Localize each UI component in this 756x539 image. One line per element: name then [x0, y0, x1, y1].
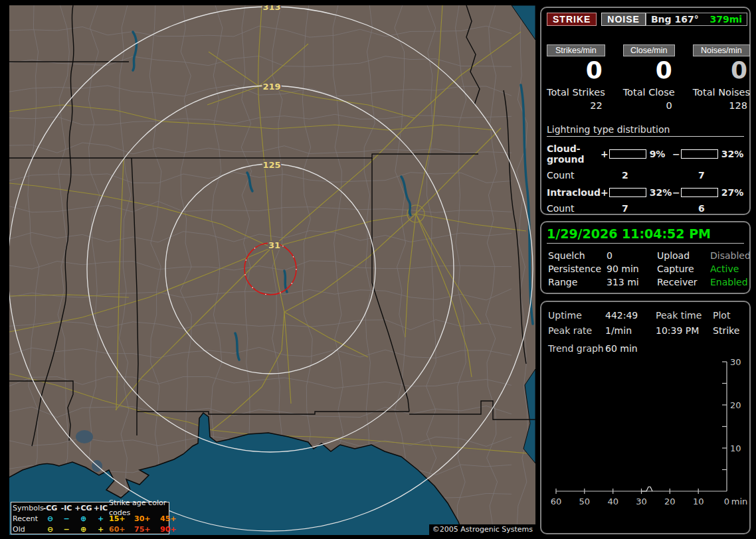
- svg-text:30: 30: [730, 357, 741, 367]
- svg-text:10: 10: [730, 443, 741, 453]
- receiver-label: Receiver: [657, 277, 710, 287]
- plot-label: Plot: [713, 310, 744, 321]
- cloud-ground-label: Cloud-ground: [547, 143, 601, 165]
- legend-recent-label: Recent: [13, 514, 42, 524]
- range-label: Range: [548, 277, 607, 287]
- persistence-value: 90 min: [607, 264, 657, 274]
- legend-col-neg-ic: -IC: [58, 503, 74, 513]
- age-45: 45+: [160, 514, 183, 524]
- age-30: 30+: [134, 514, 160, 524]
- noise-mode-button[interactable]: NOISE: [601, 13, 646, 26]
- upload-label: Upload: [657, 250, 710, 261]
- svg-text:60: 60: [551, 497, 562, 506]
- total-noises-label: Total Noises: [693, 87, 750, 98]
- neg-cg-recent-icon: ⊖: [42, 514, 58, 524]
- rate-counters: Strikes/min Close/min Noises/min 0 0 0 T…: [541, 44, 749, 111]
- peak-time-value: 10:39 PM: [656, 325, 713, 336]
- cloud-ground-row: Cloud-ground + 9% − 32%: [547, 143, 744, 165]
- status-panel: 1/29/2026 11:04:52 PM Squelch 0 Upload D…: [540, 221, 751, 294]
- legend-old-label: Old: [13, 524, 42, 534]
- trend-trace: [642, 487, 652, 492]
- intracloud-label: Intracloud: [547, 187, 601, 198]
- count-label: Count: [547, 170, 622, 181]
- pos-ic-recent-icon: +: [92, 514, 109, 524]
- svg-text:10: 10: [693, 497, 704, 506]
- ic-negative-pct: 27%: [721, 187, 744, 198]
- noises-per-min-chip[interactable]: Noises/min: [693, 44, 750, 56]
- plus-sign: +: [601, 149, 609, 159]
- total-close-value: 0: [623, 100, 675, 111]
- svg-text:20: 20: [664, 497, 676, 506]
- cg-positive-pct: 9%: [650, 149, 672, 159]
- range-value: 313 mi: [607, 277, 657, 287]
- map-legend: Symbols -CG -IC +CG +IC Strike age color…: [11, 502, 169, 534]
- cg-positive-bar: [609, 149, 646, 159]
- distribution-header: Lightning type distribution: [547, 124, 744, 137]
- pos-cg-old-icon: ⊕: [74, 524, 92, 534]
- copyright-label: ©2005 Astrogenic Systems: [429, 524, 535, 535]
- ic-positive-count: 7: [622, 203, 698, 214]
- trend-graph: 60 50 40 30 20 10 0 min 30 20 10: [541, 341, 749, 533]
- close-per-min-value: 0: [623, 58, 675, 83]
- capture-status: Active: [710, 264, 751, 274]
- count-label: Count: [547, 203, 622, 214]
- ring-label-31: 31: [268, 240, 280, 250]
- cg-negative-pct: 32%: [721, 149, 744, 159]
- intracloud-count-row: Count 7 6: [547, 203, 744, 214]
- legend-col-pos-cg: +CG: [74, 503, 92, 513]
- squelch-label: Squelch: [548, 250, 607, 261]
- app-window: { "map": { "rings": [ {"label": "313"}, …: [0, 0, 756, 539]
- age-15: 15+: [109, 514, 134, 524]
- ring-label-219: 219: [262, 82, 280, 92]
- legend-col-pos-ic: +IC: [92, 503, 109, 513]
- stats-grid: Uptime 442:49 Peak time Plot Peak rate 1…: [548, 307, 744, 338]
- svg-text:30: 30: [636, 497, 647, 506]
- uptime-label: Uptime: [548, 310, 605, 321]
- bearing-range-value: 379mi: [710, 14, 743, 25]
- plot-value: Strike: [713, 325, 744, 336]
- lake-pontchartrain: [76, 430, 93, 443]
- bearing-value: Bng 167°: [651, 14, 699, 25]
- map-viewport[interactable]: 313 219 125 31 Symbols -CG -IC +CG +IC S…: [9, 5, 535, 535]
- ring-label-313: 313: [262, 5, 280, 12]
- peak-rate-label: Peak rate: [548, 325, 605, 336]
- age-90: 90+: [160, 524, 183, 534]
- age-60: 60+: [109, 524, 134, 534]
- squelch-value: 0: [607, 250, 657, 261]
- neg-ic-old-icon: −: [58, 524, 74, 534]
- ic-negative-bar: [681, 188, 718, 197]
- datetime-divider: [547, 243, 744, 244]
- receiver-status: Enabled: [710, 277, 751, 287]
- pos-ic-old-icon: +: [92, 524, 109, 534]
- minus-sign: −: [672, 187, 680, 198]
- trend-y-labels: 30 20 10: [730, 357, 741, 453]
- pos-cg-recent-icon: ⊕: [74, 514, 92, 524]
- minus-sign: −: [672, 149, 680, 159]
- counters-panel: STRIKE NOISE Bng 167° 379mi Strikes/min …: [540, 7, 751, 215]
- noises-per-min-value: 0: [693, 58, 750, 83]
- svg-text:20: 20: [730, 400, 741, 410]
- total-strikes-label: Total Strikes: [547, 87, 605, 98]
- intracloud-row: Intracloud + 32% − 27%: [547, 187, 744, 198]
- upload-status: Disabled: [710, 250, 751, 261]
- strike-mode-button[interactable]: STRIKE: [547, 13, 597, 26]
- close-per-min-chip[interactable]: Close/min: [623, 44, 675, 56]
- datetime-readout: 1/29/2026 11:04:52 PM: [547, 226, 744, 241]
- ic-negative-count: 6: [698, 203, 705, 214]
- uptime-value: 442:49: [605, 310, 656, 321]
- ring-label-125: 125: [262, 160, 280, 170]
- cg-negative-bar: [681, 149, 718, 159]
- stats-panel: Uptime 442:49 Peak time Plot Peak rate 1…: [540, 301, 751, 534]
- strikes-per-min-value: 0: [547, 58, 605, 83]
- total-noises-value: 128: [693, 100, 750, 111]
- total-strikes-value: 22: [547, 100, 605, 111]
- legend-symbols-header: Symbols: [13, 503, 42, 513]
- cloud-ground-count-row: Count 2 7: [547, 170, 744, 181]
- cg-positive-count: 2: [622, 170, 698, 181]
- persistence-label: Persistence: [548, 264, 607, 274]
- ic-positive-pct: 32%: [650, 187, 672, 198]
- svg-text:0: 0: [724, 497, 729, 506]
- mode-button-row: STRIKE NOISE Bng 167° 379mi: [547, 13, 744, 26]
- strikes-per-min-chip[interactable]: Strikes/min: [547, 44, 605, 56]
- trend-x-labels: 60 50 40 30 20 10 0 min: [551, 497, 748, 506]
